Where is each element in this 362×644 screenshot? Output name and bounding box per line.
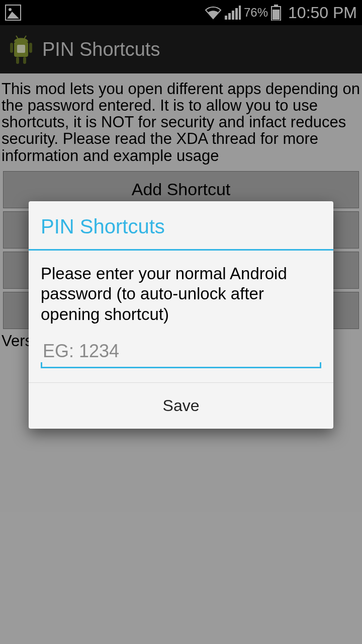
pin-dialog: PIN Shortcuts Please enter your normal A… [29,201,333,429]
modal-overlay: PIN Shortcuts Please enter your normal A… [0,0,362,644]
dialog-message: Please enter your normal Android passwor… [29,251,333,330]
save-button[interactable]: Save [29,383,333,429]
dialog-title: PIN Shortcuts [29,201,333,249]
password-input[interactable] [41,338,321,368]
